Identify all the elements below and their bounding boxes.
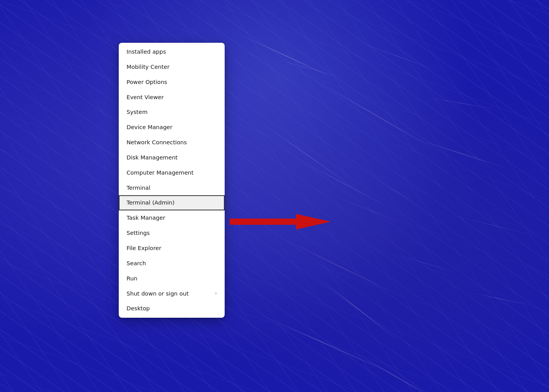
menu-item-label-shut-down-or-sign-out: Shut down or sign out xyxy=(127,290,188,298)
menu-item-label-terminal-admin: Terminal (Admin) xyxy=(127,199,174,206)
menu-item-label-mobility-center: Mobility Center xyxy=(127,63,169,71)
menu-item-computer-management[interactable]: Computer Management xyxy=(119,165,225,180)
menu-item-desktop[interactable]: Desktop xyxy=(119,301,225,316)
submenu-chevron-shut-down-or-sign-out: › xyxy=(215,290,217,297)
menu-item-terminal-admin[interactable]: Terminal (Admin) xyxy=(119,195,225,210)
menu-item-event-viewer[interactable]: Event Viewer xyxy=(119,90,225,105)
menu-item-label-computer-management: Computer Management xyxy=(127,169,194,177)
menu-item-label-task-manager: Task Manager xyxy=(127,214,165,222)
menu-item-power-options[interactable]: Power Options xyxy=(119,75,225,90)
menu-item-label-network-connections: Network Connections xyxy=(127,139,187,146)
menu-item-label-system: System xyxy=(127,108,148,116)
desktop-background xyxy=(0,0,549,392)
menu-item-mobility-center[interactable]: Mobility Center xyxy=(119,60,225,75)
menu-item-network-connections[interactable]: Network Connections xyxy=(119,135,225,150)
svg-marker-0 xyxy=(230,214,331,229)
menu-item-device-manager[interactable]: Device Manager xyxy=(119,120,225,135)
menu-item-label-event-viewer: Event Viewer xyxy=(127,94,164,101)
menu-item-shut-down-or-sign-out[interactable]: Shut down or sign out› xyxy=(119,286,225,301)
menu-item-label-settings: Settings xyxy=(127,229,150,237)
menu-item-settings[interactable]: Settings xyxy=(119,226,225,241)
menu-item-terminal[interactable]: Terminal xyxy=(119,180,225,196)
red-arrow xyxy=(230,212,331,231)
menu-item-search[interactable]: Search xyxy=(119,256,225,271)
menu-item-system[interactable]: System xyxy=(119,105,225,120)
menu-item-label-power-options: Power Options xyxy=(127,79,167,86)
context-menu: Installed appsMobility CenterPower Optio… xyxy=(119,43,225,318)
menu-item-label-file-explorer: File Explorer xyxy=(127,245,161,252)
menu-item-task-manager[interactable]: Task Manager xyxy=(119,210,225,226)
menu-item-disk-management[interactable]: Disk Management xyxy=(119,150,225,165)
menu-item-label-device-manager: Device Manager xyxy=(127,124,172,131)
menu-item-label-installed-apps: Installed apps xyxy=(127,48,166,56)
menu-item-installed-apps[interactable]: Installed apps xyxy=(119,44,225,60)
menu-item-label-terminal: Terminal xyxy=(127,184,150,192)
menu-item-file-explorer[interactable]: File Explorer xyxy=(119,241,225,256)
menu-item-label-disk-management: Disk Management xyxy=(127,154,178,161)
menu-item-label-run: Run xyxy=(127,275,137,282)
menu-item-label-search: Search xyxy=(127,260,146,267)
menu-item-run[interactable]: Run xyxy=(119,271,225,286)
menu-item-label-desktop: Desktop xyxy=(127,305,150,312)
